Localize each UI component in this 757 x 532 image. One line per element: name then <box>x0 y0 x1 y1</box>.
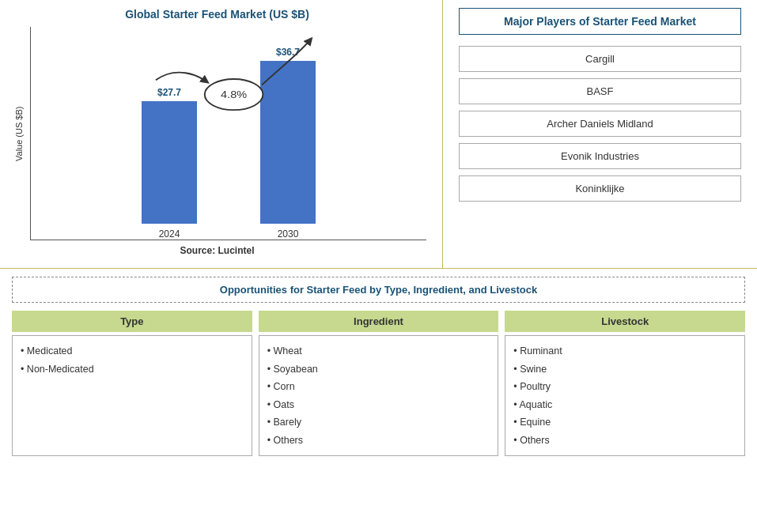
livestock-item-6: • Others <box>513 432 736 450</box>
ingredient-item-3: • Corn <box>267 378 490 396</box>
ingredient-item-6: • Others <box>267 432 490 450</box>
bar-year-2024: 2024 <box>159 228 180 240</box>
players-title: Major Players of Starter Feed Market <box>459 8 741 35</box>
bar-year-2030: 2030 <box>278 228 299 240</box>
livestock-item-1: • Ruminant <box>513 342 736 360</box>
chart-section: Global Starter Feed Market (US $B) Value… <box>0 0 443 268</box>
livestock-body: • Ruminant • Swine • Poultry • Aquatic •… <box>505 335 745 456</box>
ingredient-body: • Wheat • Soyabean • Corn • Oats • Barel… <box>259 335 499 456</box>
bar-2024 <box>142 101 197 224</box>
player-adm: Archer Daniels Midland <box>459 111 741 137</box>
bottom-section: Opportunities for Starter Feed by Type, … <box>0 269 757 532</box>
bar-value-2024: $27.7 <box>157 87 181 98</box>
players-section: Major Players of Starter Feed Market Car… <box>443 0 757 268</box>
type-item-2: • Non-Medicated <box>21 360 244 379</box>
main-container: Global Starter Feed Market (US $B) Value… <box>0 0 757 532</box>
chart-area: Value (US $B) $27.7 2024 $36.7 <box>8 27 426 240</box>
type-body: • Medicated • Non-Medicated <box>12 335 252 456</box>
livestock-item-5: • Equine <box>513 413 736 432</box>
ingredient-item-1: • Wheat <box>267 342 490 360</box>
chart-inner: $27.7 2024 $36.7 2030 <box>30 27 426 240</box>
bar-group-2030: $36.7 2030 <box>260 47 316 240</box>
categories-row: Type • Medicated • Non-Medicated Ingredi… <box>12 311 745 456</box>
bar-group-2024: $27.7 2024 <box>142 87 197 240</box>
ingredient-item-2: • Soyabean <box>267 360 490 379</box>
ingredient-item-5: • Barely <box>267 413 490 432</box>
type-item-1: • Medicated <box>21 342 244 360</box>
source-text: Source: Lucintel <box>8 245 426 256</box>
ingredient-item-4: • Oats <box>267 396 490 414</box>
player-koninklijke: Koninklijke <box>459 175 741 202</box>
livestock-column: Livestock • Ruminant • Swine • Poultry •… <box>505 311 745 456</box>
y-axis-label: Value (US $B) <box>8 27 30 240</box>
ingredient-header: Ingredient <box>259 311 499 332</box>
type-header: Type <box>12 311 252 332</box>
type-column: Type • Medicated • Non-Medicated <box>12 311 252 456</box>
opportunities-title: Opportunities for Starter Feed by Type, … <box>12 277 745 303</box>
livestock-item-4: • Aquatic <box>513 396 736 414</box>
livestock-item-2: • Swine <box>513 360 736 379</box>
bar-value-2030: $36.7 <box>276 47 300 58</box>
ingredient-column: Ingredient • Wheat • Soyabean • Corn • O… <box>259 311 499 456</box>
livestock-item-3: • Poultry <box>513 378 736 396</box>
annotation-svg: 4.8% <box>31 27 426 240</box>
player-evonik: Evonik Industries <box>459 143 741 169</box>
svg-point-0 <box>205 79 263 110</box>
bars-container: $27.7 2024 $36.7 2030 <box>30 27 426 240</box>
chart-title: Global Starter Feed Market (US $B) <box>8 8 426 21</box>
svg-text:4.8%: 4.8% <box>221 89 247 100</box>
player-basf: BASF <box>459 78 741 104</box>
player-cargill: Cargill <box>459 46 741 72</box>
bar-2030 <box>260 61 316 224</box>
top-section: Global Starter Feed Market (US $B) Value… <box>0 0 757 269</box>
livestock-header: Livestock <box>505 311 745 332</box>
